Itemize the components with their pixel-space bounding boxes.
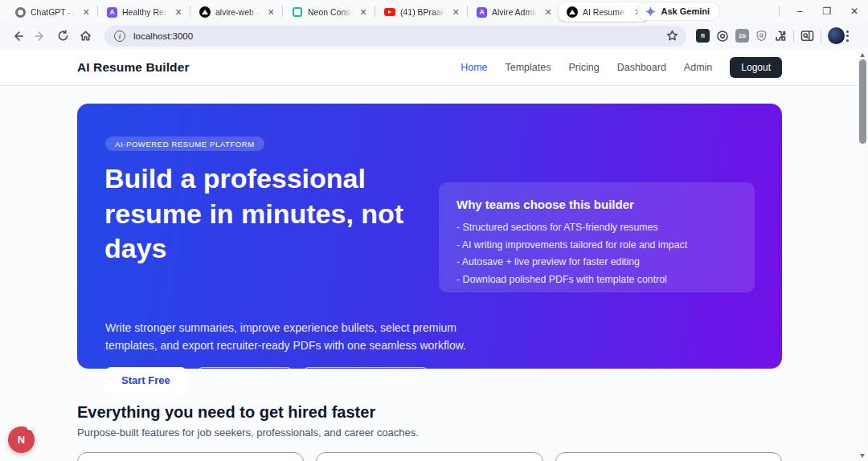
tab-neon-console[interactable]: Neon Console ✕ [284,2,374,22]
neon-icon [292,6,303,18]
site-nav: Home Templates Pricing Dashboard Admin L… [461,57,782,78]
tab-chatgpt[interactable]: ChatGPT - Alvire ✕ [6,2,96,22]
scroll-up-icon[interactable] [860,53,865,57]
back-button[interactable] [8,27,27,46]
extensions-puzzle-icon[interactable] [774,30,787,43]
site-info-icon[interactable]: i [114,31,125,42]
tab-healthy-recipes[interactable]: A Healthy Recipes | ✕ [99,2,189,22]
start-free-button[interactable]: Start Free [105,367,186,394]
reload-button[interactable] [53,27,72,46]
extension-fi-icon[interactable]: fi [696,29,710,43]
minimize-button[interactable]: – [786,0,813,22]
address-bar[interactable]: i localhost:3000 [104,26,686,47]
side-panel-search-icon[interactable] [800,30,814,42]
browser-toolbar: i localhost:3000 fi 1b [0,22,868,49]
tab-close-icon[interactable]: ✕ [173,6,184,18]
panel-item: - AI writing improvements tailored for r… [457,239,737,251]
feature-card [77,452,304,461]
tab-title: ChatGPT - Alvire [31,7,76,17]
bookmark-star-icon[interactable] [666,30,678,42]
tab-ai-resume-builder-active[interactable]: AI Resume Builder ✕ [559,2,649,22]
view-pricing-button[interactable]: View Pricing [197,367,293,394]
controls-divider [779,6,780,17]
vercel-icon [199,6,211,18]
site-logo[interactable]: AI Resume Builder [77,60,190,75]
hero-description: Write stronger summaries, improve experi… [105,319,477,354]
tab-alvire-admin[interactable]: A Alvire Admin Dash ✕ [469,2,559,22]
tab-youtube[interactable]: (41) BPraak - Zoha ✕ [376,2,466,22]
tab-title: (41) BPraak - Zoha [400,7,445,17]
panel-item: - Autosave + live preview for faster edi… [457,256,737,267]
feature-cards-row [77,452,782,461]
tab-title: Neon Console [308,7,353,17]
tab-close-icon[interactable]: ✕ [80,6,92,18]
youtube-icon [384,8,395,16]
nav-dashboard[interactable]: Dashboard [617,62,666,73]
hero-title: Build a professional resume in minutes, … [104,161,442,267]
site-header: AI Resume Builder Home Templates Pricing… [0,49,868,86]
tab-divider [375,6,375,17]
features-title: Everything you need to get hired faster [77,403,375,422]
ask-gemini-button[interactable]: Ask Gemini [637,2,719,20]
panel-item: - Download polished PDFs with template c… [457,274,737,285]
vercel-icon [567,6,578,18]
scroll-down-icon[interactable] [860,454,865,458]
tab-divider [467,6,468,17]
tab-close-icon[interactable]: ✕ [542,6,554,18]
panel-item: - Structured sections for ATS-friendly r… [457,222,737,233]
tab-alvire-web[interactable]: alvire-web - Overv ✕ [191,2,281,22]
tab-divider [282,6,283,17]
toolbar-divider [793,30,794,43]
features-subtitle: Purpose-built features for job seekers, … [77,426,419,439]
maximize-button[interactable]: ❐ [813,0,841,22]
home-button[interactable] [76,27,95,46]
tab-title: AI Resume Builder [583,7,628,17]
dev-indicator-dot [27,423,34,430]
tab-close-icon[interactable]: ✕ [265,6,276,18]
page-scrollbar[interactable] [858,49,868,461]
nav-admin[interactable]: Admin [684,62,712,73]
feature-card [316,452,542,461]
shield-extension-icon[interactable] [755,30,768,42]
browser-tab-strip: ChatGPT - Alvire ✕ A Healthy Recipes | ✕… [0,0,868,22]
close-button[interactable]: ✕ [841,0,868,22]
ask-gemini-label: Ask Gemini [661,6,710,16]
explore-templates-button[interactable]: Explore Templates [303,367,429,394]
hero-buttons: Start Free View Pricing Explore Template… [105,367,428,394]
tab-close-icon[interactable]: ✕ [450,6,461,18]
gemini-sparkle-icon [645,6,656,17]
openai-icon [14,6,26,18]
extension-circle-icon[interactable] [716,30,729,43]
tab-title: Healthy Recipes | [122,7,168,17]
tab-title: alvire-web - Overv [215,7,260,17]
extension-1b-icon[interactable]: 1b [735,29,749,43]
nav-templates[interactable]: Templates [506,62,551,73]
feature-card [555,452,782,461]
profile-avatar[interactable] [828,27,845,44]
toolbar-divider [821,30,821,43]
forward-button[interactable] [31,27,50,46]
chrome-menu-icon[interactable] [846,31,849,42]
hero-card: AI-POWERED RESUME PLATFORM Build a profe… [77,104,782,369]
panel-title: Why teams choose this builder [457,198,737,211]
tab-close-icon[interactable]: ✕ [358,6,369,18]
app-a-icon: A [107,7,117,18]
why-teams-panel: Why teams choose this builder - Structur… [439,182,755,292]
tab-divider [190,6,190,17]
tab-title: Alvire Admin Dash [492,7,538,17]
hero-badge: AI-POWERED RESUME PLATFORM [105,137,264,151]
scrollbar-thumb[interactable] [859,59,866,144]
page-viewport: AI Resume Builder Home Templates Pricing… [0,49,868,461]
url-text[interactable]: localhost:3000 [133,31,666,41]
tab-divider [97,6,98,17]
nav-pricing[interactable]: Pricing [568,62,599,73]
nav-home[interactable]: Home [461,62,487,73]
app-a-icon: A [477,7,487,18]
logout-button[interactable]: Logout [730,57,782,78]
